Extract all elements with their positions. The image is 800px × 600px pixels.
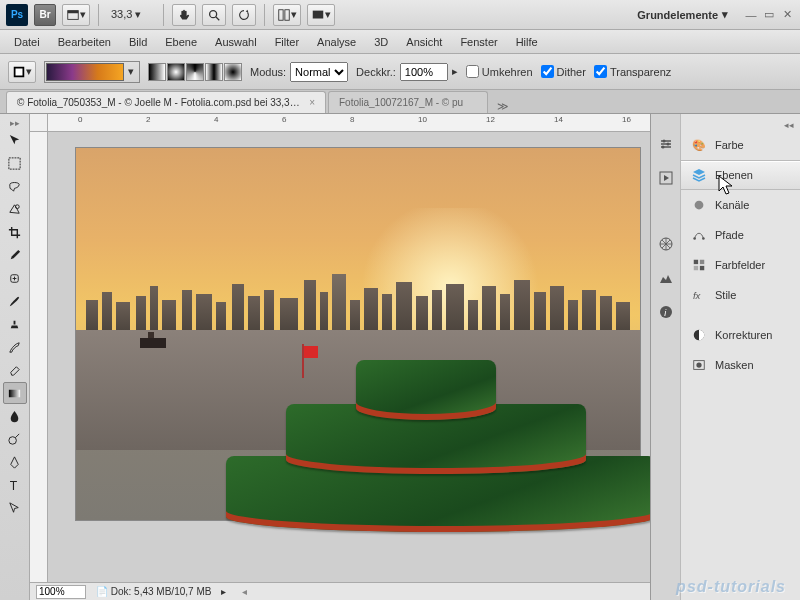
quick-select-tool[interactable] <box>3 198 27 220</box>
panel-ebenen[interactable]: Ebenen <box>681 160 800 190</box>
document-tab-bar: © Fotolia_7050353_M - © Joelle M - Fotol… <box>0 90 800 114</box>
panel-stile[interactable]: fxStile <box>681 280 800 310</box>
scroll-left-icon[interactable]: ◂ <box>242 586 247 597</box>
svg-point-23 <box>693 237 696 240</box>
opacity-input[interactable] <box>400 63 448 81</box>
gradient-picker[interactable]: ▾ <box>44 61 140 83</box>
navigator-icon[interactable] <box>656 234 676 254</box>
play-icon[interactable] <box>656 168 676 188</box>
move-tool[interactable] <box>3 129 27 151</box>
zoom-level-dropdown[interactable]: 33,3 ▾ <box>107 7 155 22</box>
marquee-tool[interactable] <box>3 152 27 174</box>
channels-icon <box>691 197 707 213</box>
panel-list: ◂◂ 🎨Farbe Ebenen Kanäle Pfade Farbfelder… <box>681 114 800 600</box>
svg-rect-1 <box>68 10 79 13</box>
eraser-tool[interactable] <box>3 359 27 381</box>
svg-rect-25 <box>694 260 698 264</box>
adjustments-icon[interactable] <box>656 134 676 154</box>
status-bar: 📄 Dok: 5,43 MB/10,7 MB ▸ ◂ <box>30 582 650 600</box>
panel-korrekturen[interactable]: Korrekturen <box>681 320 800 350</box>
tool-preset-picker[interactable]: ▾ <box>8 61 36 83</box>
blend-mode-select[interactable]: Normal <box>290 62 348 82</box>
transparency-checkbox[interactable]: Transparenz <box>594 65 671 78</box>
menu-auswahl[interactable]: Auswahl <box>207 33 265 51</box>
menu-bearbeiten[interactable]: Bearbeiten <box>50 33 119 51</box>
dodge-tool[interactable] <box>3 428 27 450</box>
palette-icon: 🎨 <box>691 137 707 153</box>
type-tool[interactable]: T <box>3 474 27 496</box>
document-tab-active[interactable]: © Fotolia_7050353_M - © Joelle M - Fotol… <box>6 91 326 113</box>
svg-rect-5 <box>285 9 289 20</box>
document-window: 0246810121416 <box>30 114 650 600</box>
svg-text:T: T <box>10 479 18 493</box>
info-icon[interactable]: i <box>656 302 676 322</box>
maximize-button[interactable]: ▭ <box>762 8 776 22</box>
blur-tool[interactable] <box>3 405 27 427</box>
layers-icon <box>691 167 707 183</box>
arrange-documents-dropdown[interactable]: ▾ <box>273 4 301 26</box>
eyedropper-tool[interactable] <box>3 244 27 266</box>
status-zoom-input[interactable] <box>36 585 86 599</box>
path-select-tool[interactable] <box>3 497 27 519</box>
ruler-origin[interactable] <box>30 114 48 132</box>
screen-mode-dropdown[interactable]: ▾ <box>307 4 335 26</box>
gradient-type-group[interactable] <box>148 63 242 81</box>
mode-label: Modus: <box>250 66 286 78</box>
menu-datei[interactable]: Datei <box>6 33 48 51</box>
menu-analyse[interactable]: Analyse <box>309 33 364 51</box>
histogram-icon[interactable] <box>656 268 676 288</box>
opacity-label: Deckkr.: <box>356 66 396 78</box>
svg-point-15 <box>662 140 665 143</box>
close-tab-icon[interactable]: × <box>309 97 315 108</box>
menu-3d[interactable]: 3D <box>366 33 396 51</box>
menu-fenster[interactable]: Fenster <box>452 33 505 51</box>
lasso-tool[interactable] <box>3 175 27 197</box>
reverse-checkbox[interactable]: Umkehren <box>466 65 533 78</box>
close-button[interactable]: ✕ <box>780 8 794 22</box>
crop-tool[interactable] <box>3 221 27 243</box>
gradient-tool[interactable] <box>3 382 27 404</box>
document-tab-inactive[interactable]: Fotolia_10072167_M - © pu <box>328 91 488 113</box>
vertical-ruler[interactable] <box>30 132 48 582</box>
menu-bild[interactable]: Bild <box>121 33 155 51</box>
zoom-tool-shortcut[interactable] <box>202 4 226 26</box>
hand-tool-shortcut[interactable] <box>172 4 196 26</box>
brush-tool[interactable] <box>3 290 27 312</box>
panel-pfade[interactable]: Pfade <box>681 220 800 250</box>
right-panel-dock: i ◂◂ 🎨Farbe Ebenen Kanäle Pfade Farbfeld… <box>650 114 800 600</box>
panel-kanaele[interactable]: Kanäle <box>681 190 800 220</box>
svg-rect-26 <box>700 260 704 264</box>
doc-size-readout: 📄 Dok: 5,43 MB/10,7 MB <box>96 586 211 597</box>
menu-ansicht[interactable]: Ansicht <box>398 33 450 51</box>
canvas-area[interactable] <box>48 132 650 582</box>
menu-filter[interactable]: Filter <box>267 33 307 51</box>
minimize-button[interactable]: — <box>744 8 758 22</box>
tools-panel: ▸▸ T <box>0 114 30 600</box>
rotate-view-shortcut[interactable] <box>232 4 256 26</box>
panel-collapse-icon[interactable]: ◂◂ <box>681 120 800 130</box>
svg-rect-28 <box>700 266 704 270</box>
svg-rect-27 <box>694 266 698 270</box>
application-bar: Ps Br ▾ 33,3 ▾ ▾ ▾ Grundelemente ▾ — ▭ ✕ <box>0 0 800 30</box>
workspace-switcher[interactable]: Grundelemente ▾ <box>637 8 728 21</box>
panel-farbe[interactable]: 🎨Farbe <box>681 130 800 160</box>
dither-checkbox[interactable]: Dither <box>541 65 586 78</box>
panel-farbfelder[interactable]: Farbfelder <box>681 250 800 280</box>
tab-scroll-right-icon[interactable]: ≫ <box>494 100 512 113</box>
bridge-button[interactable]: Br <box>34 4 56 26</box>
menu-ebene[interactable]: Ebene <box>157 33 205 51</box>
paths-icon <box>691 227 707 243</box>
panel-masken[interactable]: Masken <box>681 350 800 380</box>
svg-point-22 <box>695 201 704 210</box>
swatches-icon <box>691 257 707 273</box>
pen-tool[interactable] <box>3 451 27 473</box>
view-extras-dropdown[interactable]: ▾ <box>62 4 90 26</box>
history-brush-tool[interactable] <box>3 336 27 358</box>
status-menu-icon[interactable]: ▸ <box>221 586 226 597</box>
clone-stamp-tool[interactable] <box>3 313 27 335</box>
menu-hilfe[interactable]: Hilfe <box>508 33 546 51</box>
healing-brush-tool[interactable] <box>3 267 27 289</box>
horizontal-ruler[interactable]: 0246810121416 <box>48 114 650 132</box>
tools-collapse-icon[interactable]: ▸▸ <box>0 118 29 128</box>
watermark-text: psd-tutorials <box>676 578 786 596</box>
